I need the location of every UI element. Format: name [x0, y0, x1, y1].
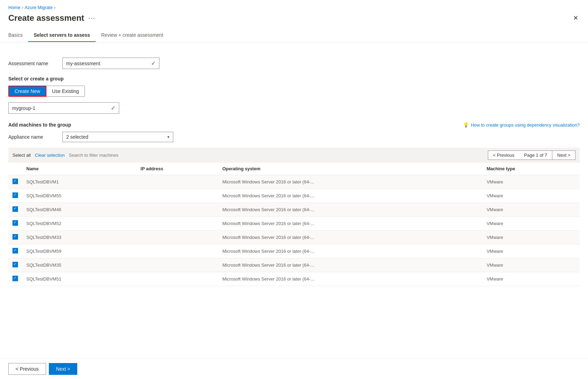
table-row: SQLTestDBVM33 Microsoft Windows Server 2…: [8, 231, 580, 244]
page-title: Create assessment: [8, 13, 84, 23]
row-ip: [137, 189, 218, 203]
machines-section-title: Add machines to the group: [8, 122, 71, 128]
content-area: Assessment name my-assessment ✓ Select o…: [0, 42, 588, 286]
assessment-name-row: Assessment name my-assessment ✓: [8, 58, 580, 69]
toolbar-right: < Previous Page 1 of 7 Next >: [488, 150, 576, 160]
pager-info: Page 1 of 7: [519, 150, 552, 160]
row-type: VMware: [482, 272, 580, 286]
breadcrumb-sep2: ›: [54, 5, 55, 10]
breadcrumb-parent[interactable]: Azure Migrate: [25, 5, 53, 10]
page-header: Create assessment ··· ✕: [0, 10, 588, 29]
tab-review[interactable]: Review + create assessment: [96, 29, 169, 42]
bottom-prev-button[interactable]: < Previous: [8, 363, 46, 375]
more-options-button[interactable]: ···: [88, 15, 96, 22]
row-os: Microsoft Windows Server 2016 or later (…: [218, 203, 483, 217]
assessment-name-label: Assessment name: [8, 61, 57, 66]
row-checkbox-cell[interactable]: [8, 244, 22, 258]
group-input-row: mygroup-1 ✓: [8, 102, 580, 114]
row-type: VMware: [482, 175, 580, 189]
table-row: SQLTestDBVM1 Microsoft Windows Server 20…: [8, 175, 580, 189]
row-ip: [137, 258, 218, 272]
row-name: SQLTestDBVM33: [22, 231, 137, 244]
tab-basics[interactable]: Basics: [8, 29, 28, 42]
toolbar-left: Select all Clear selection: [12, 153, 145, 158]
tab-bar: Basics Select servers to assess Review +…: [0, 29, 588, 42]
row-type: VMware: [482, 189, 580, 203]
bulb-icon: 💡: [463, 122, 469, 128]
table-header-row: Name IP address Operating system Machine…: [8, 163, 580, 175]
use-existing-button[interactable]: Use Existing: [46, 86, 85, 97]
row-ip: [137, 244, 218, 258]
group-buttons: Create New Use Existing: [8, 86, 580, 97]
clear-selection-button[interactable]: Clear selection: [35, 153, 65, 158]
col-header-type: Machine type: [482, 163, 580, 175]
check-icon: ✓: [151, 60, 156, 67]
tab-select-servers[interactable]: Select servers to assess: [28, 29, 96, 42]
row-type: VMware: [482, 244, 580, 258]
row-os: Microsoft Windows Server 2016 or later (…: [218, 272, 483, 286]
row-name: SQLTestDBVM1: [22, 175, 137, 189]
row-name: SQLTestDBVM55: [22, 189, 137, 203]
row-os: Microsoft Windows Server 2016 or later (…: [218, 231, 483, 244]
row-checkbox-cell[interactable]: [8, 258, 22, 272]
row-type: VMware: [482, 258, 580, 272]
group-section-label: Select or create a group: [8, 76, 580, 81]
search-input[interactable]: [69, 153, 145, 158]
row-checkbox[interactable]: [12, 262, 18, 267]
create-new-button[interactable]: Create New: [8, 86, 46, 97]
row-type: VMware: [482, 231, 580, 244]
table-row: SQLTestDBVM52 Microsoft Windows Server 2…: [8, 217, 580, 231]
row-os: Microsoft Windows Server 2016 or later (…: [218, 189, 483, 203]
breadcrumb-sep1: ›: [22, 5, 23, 10]
appliance-label: Appliance name: [8, 134, 57, 140]
row-ip: [137, 203, 218, 217]
row-ip: [137, 231, 218, 244]
row-ip: [137, 175, 218, 189]
row-checkbox[interactable]: [12, 276, 18, 281]
help-link[interactable]: 💡 How to create groups using dependency …: [463, 122, 580, 128]
appliance-dropdown[interactable]: 2 selected ▾: [62, 132, 173, 142]
row-checkbox-cell[interactable]: [8, 272, 22, 286]
col-header-ip: IP address: [137, 163, 218, 175]
row-checkbox[interactable]: [12, 179, 18, 184]
assessment-name-input[interactable]: my-assessment ✓: [62, 58, 159, 69]
chevron-down-icon: ▾: [167, 135, 169, 139]
row-os: Microsoft Windows Server 2016 or later (…: [218, 217, 483, 231]
row-checkbox[interactable]: [12, 206, 18, 212]
row-name: SQLTestDBVM52: [22, 217, 137, 231]
row-checkbox-cell[interactable]: [8, 203, 22, 217]
pager-prev-button[interactable]: < Previous: [488, 150, 519, 160]
row-ip: [137, 272, 218, 286]
row-checkbox-cell[interactable]: [8, 189, 22, 203]
breadcrumb: Home › Azure Migrate ›: [0, 0, 588, 10]
row-checkbox-cell[interactable]: [8, 175, 22, 189]
table-row: SQLTestDBVM59 Microsoft Windows Server 2…: [8, 244, 580, 258]
group-check-icon: ✓: [111, 105, 115, 111]
machines-header: Add machines to the group 💡 How to creat…: [8, 122, 580, 128]
pager-next-button[interactable]: Next >: [552, 150, 576, 160]
row-checkbox-cell[interactable]: [8, 231, 22, 244]
row-name: SQLTestDBVM59: [22, 244, 137, 258]
row-checkbox[interactable]: [12, 234, 18, 240]
select-all-button[interactable]: Select all: [12, 153, 31, 158]
col-header-os: Operating system: [218, 163, 483, 175]
bottom-next-button[interactable]: Next >: [49, 363, 78, 375]
row-os: Microsoft Windows Server 2016 or later (…: [218, 244, 483, 258]
close-button[interactable]: ✕: [572, 13, 580, 23]
group-name-input[interactable]: mygroup-1 ✓: [8, 102, 119, 114]
machines-table: Name IP address Operating system Machine…: [8, 163, 580, 286]
table-row: SQLTestDBVM35 Microsoft Windows Server 2…: [8, 258, 580, 272]
row-checkbox-cell[interactable]: [8, 217, 22, 231]
col-header-name: Name: [22, 163, 137, 175]
table-row: SQLTestDBVM51 Microsoft Windows Server 2…: [8, 272, 580, 286]
row-type: VMware: [482, 217, 580, 231]
appliance-row: Appliance name 2 selected ▾: [8, 132, 580, 142]
row-checkbox[interactable]: [12, 248, 18, 253]
table-row: SQLTestDBVM46 Microsoft Windows Server 2…: [8, 203, 580, 217]
breadcrumb-home[interactable]: Home: [8, 5, 20, 10]
row-checkbox[interactable]: [12, 220, 18, 226]
row-checkbox[interactable]: [12, 192, 18, 198]
assessment-name-value: my-assessment: [66, 61, 100, 66]
group-name-value: mygroup-1: [12, 105, 35, 111]
help-link-text: How to create groups using dependency vi…: [471, 122, 580, 128]
